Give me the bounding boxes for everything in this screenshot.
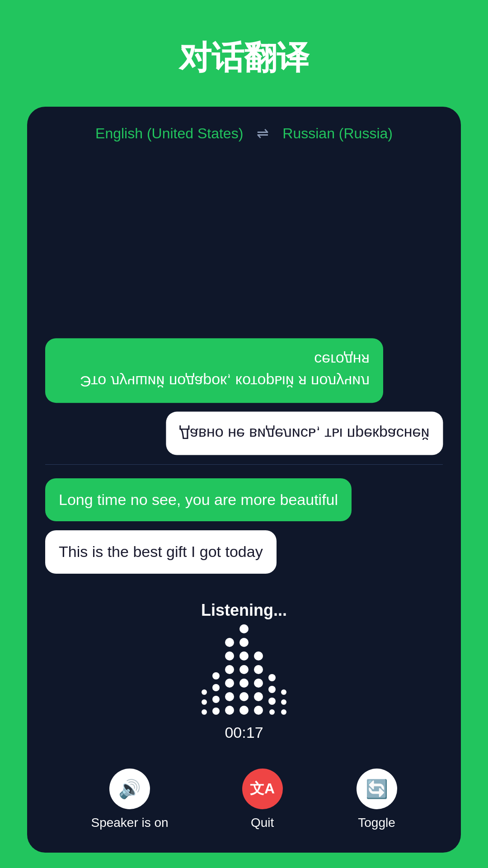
toggle-button[interactable]: 🔄 Toggle — [357, 769, 397, 830]
right-language[interactable]: Russian (Russia) — [282, 125, 393, 142]
language-bar: English (United States) ⇌ Russian (Russi… — [27, 107, 461, 156]
speaker-icon[interactable]: 🔊 — [109, 769, 150, 809]
message-bubble-english-2: This is the best gift I got today — [45, 530, 277, 574]
swap-icon[interactable]: ⇌ — [257, 125, 269, 142]
speaker-button[interactable]: 🔊 Speaker is on — [91, 769, 168, 830]
quit-label: Quit — [251, 816, 274, 830]
message-bubble-english-1: Long time no see, you are more beautiful — [45, 478, 352, 522]
wave-col-2 — [212, 672, 220, 715]
chat-area: Это лучший подарок, который я получил се… — [27, 156, 461, 592]
wave-col-6 — [268, 674, 276, 715]
upper-chat: Это лучший подарок, который я получил се… — [45, 165, 443, 464]
wave-col-5 — [254, 651, 263, 715]
message-bubble-russian-1: Это лучший подарок, который я получил се… — [45, 338, 383, 403]
listening-section: Listening... — [27, 592, 461, 760]
waveform — [202, 633, 286, 715]
quit-icon[interactable]: 文A — [242, 769, 283, 809]
speaker-label: Speaker is on — [91, 816, 168, 830]
timer-display: 00:17 — [225, 724, 263, 741]
toggle-label: Toggle — [358, 816, 395, 830]
wave-col-4 — [239, 624, 249, 715]
wave-col-3 — [225, 638, 234, 715]
bottom-controls: 🔊 Speaker is on 文A Quit 🔄 Toggle — [27, 760, 461, 853]
left-language[interactable]: English (United States) — [95, 125, 243, 142]
message-bubble-russian-2: Давно не виделись, ты прекрасней — [166, 412, 443, 455]
lower-chat: Long time no see, you are more beautiful… — [45, 465, 443, 583]
app-title: 对话翻译 — [0, 0, 488, 98]
wave-col-7 — [281, 689, 286, 715]
listening-status: Listening... — [201, 601, 287, 620]
main-card: English (United States) ⇌ Russian (Russi… — [27, 107, 461, 853]
quit-button[interactable]: 文A Quit — [242, 769, 283, 830]
wave-col-1 — [202, 689, 207, 715]
toggle-icon[interactable]: 🔄 — [357, 769, 397, 809]
